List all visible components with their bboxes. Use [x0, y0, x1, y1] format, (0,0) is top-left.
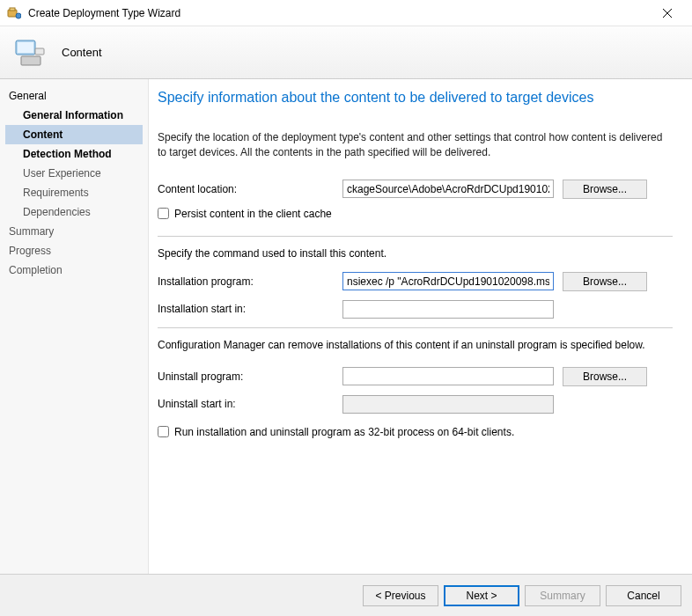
- svg-rect-8: [35, 48, 44, 55]
- content-description: Specify the location of the deployment t…: [158, 130, 673, 160]
- nav-progress[interactable]: Progress: [5, 241, 143, 260]
- uninstall-start-label: Uninstall start in:: [158, 398, 334, 410]
- wizard-footer: < Previous Next > Summary Cancel: [0, 574, 692, 616]
- install-start-input[interactable]: [342, 300, 554, 319]
- svg-rect-6: [18, 42, 33, 53]
- next-button[interactable]: Next >: [444, 585, 519, 606]
- nav-general[interactable]: General: [5, 86, 143, 106]
- uninstall-program-label: Uninstall program:: [158, 370, 334, 383]
- install-start-label: Installation start in:: [158, 303, 334, 315]
- uninstall-start-input: [342, 395, 554, 414]
- nav-requirements[interactable]: Requirements: [5, 183, 143, 202]
- svg-rect-7: [21, 56, 40, 65]
- nav-summary[interactable]: Summary: [5, 222, 143, 241]
- nav-detection-method[interactable]: Detection Method: [5, 144, 143, 164]
- content-location-input[interactable]: [342, 180, 554, 198]
- cancel-button[interactable]: Cancel: [606, 585, 681, 606]
- install-program-label: Installation program:: [158, 275, 334, 288]
- app-icon: [7, 6, 21, 20]
- svg-rect-1: [10, 8, 15, 11]
- divider: [158, 327, 673, 328]
- nav-dependencies[interactable]: Dependencies: [5, 202, 143, 222]
- summary-button: Summary: [525, 585, 600, 606]
- browse-content-location-button[interactable]: Browse...: [563, 180, 647, 199]
- titlebar: Create Deployment Type Wizard: [0, 0, 692, 26]
- nav-user-experience[interactable]: User Experience: [5, 164, 143, 183]
- divider: [158, 236, 673, 237]
- persist-cache-checkbox[interactable]: [158, 208, 169, 219]
- persist-cache-label: Persist content in the client cache: [174, 208, 332, 220]
- page-title: Content: [62, 46, 102, 59]
- uninstall-description: Configuration Manager can remove install…: [158, 339, 673, 351]
- svg-point-2: [16, 13, 21, 18]
- content-panel: Specify information about the content to…: [148, 79, 692, 574]
- uninstall-program-input[interactable]: [342, 367, 554, 385]
- window-title: Create Deployment Type Wizard: [28, 7, 650, 19]
- content-heading: Specify information about the content to…: [158, 90, 673, 106]
- nav-general-information[interactable]: General Information: [5, 106, 143, 125]
- browse-uninstall-program-button[interactable]: Browse...: [563, 367, 647, 386]
- install-command-description: Specify the command used to install this…: [158, 247, 673, 260]
- install-program-input[interactable]: [342, 272, 554, 290]
- nav-content[interactable]: Content: [5, 125, 143, 144]
- close-button[interactable]: [650, 1, 685, 26]
- nav-completion[interactable]: Completion: [5, 260, 143, 280]
- wizard-header: Content: [0, 26, 692, 79]
- browse-install-program-button[interactable]: Browse...: [563, 272, 647, 291]
- computer-icon: [12, 35, 48, 70]
- content-location-label: Content location:: [158, 183, 334, 195]
- previous-button[interactable]: < Previous: [363, 585, 438, 606]
- run-32bit-label: Run installation and uninstall program a…: [174, 426, 514, 438]
- run-32bit-checkbox[interactable]: [158, 426, 169, 437]
- wizard-sidebar: General General Information Content Dete…: [0, 79, 148, 574]
